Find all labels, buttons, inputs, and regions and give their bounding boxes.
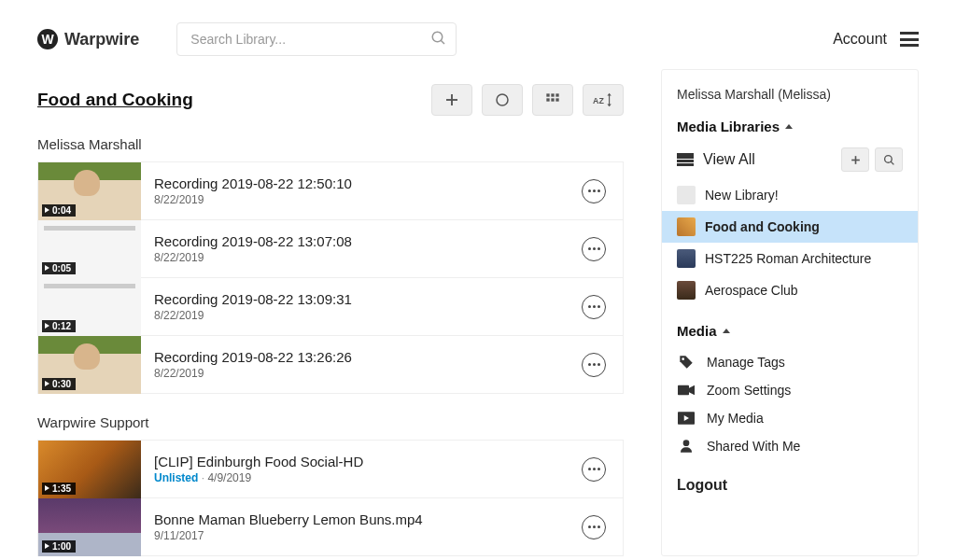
duration-badge: 0:04 bbox=[42, 204, 76, 217]
svg-marker-22 bbox=[689, 385, 695, 396]
list-item[interactable]: 0:05 Recording 2019-08-22 13:07:08 8/22/… bbox=[37, 220, 624, 278]
logo-mark-icon: W bbox=[37, 29, 58, 49]
add-library-button[interactable] bbox=[841, 147, 869, 172]
item-title: Recording 2019-08-22 13:07:08 bbox=[154, 233, 582, 249]
duration-badge: 0:05 bbox=[42, 262, 76, 274]
svg-rect-8 bbox=[546, 98, 549, 101]
record-button[interactable] bbox=[482, 84, 523, 116]
library-thumb-icon bbox=[677, 186, 696, 204]
item-date: 8/22/2019 bbox=[154, 367, 204, 380]
thumbnail[interactable]: 0:12 bbox=[38, 278, 141, 336]
play-icon bbox=[677, 412, 696, 425]
item-date: 8/22/2019 bbox=[154, 251, 204, 264]
owner-label: Warpwire Support bbox=[37, 414, 624, 430]
library-label: New Library! bbox=[705, 188, 779, 203]
more-button[interactable] bbox=[582, 353, 606, 377]
svg-rect-6 bbox=[551, 93, 554, 96]
sidebar-library-item[interactable]: HST225 Roman Architecture bbox=[662, 243, 918, 274]
duration-badge: 1:35 bbox=[42, 483, 76, 495]
library-label: Aerospace Club bbox=[705, 283, 798, 298]
view-all-icon bbox=[677, 153, 694, 166]
item-title: Recording 2019-08-22 13:26:26 bbox=[154, 349, 582, 365]
search-icon[interactable] bbox=[430, 30, 447, 47]
sort-button[interactable]: AZ bbox=[583, 84, 624, 116]
more-button[interactable] bbox=[582, 457, 606, 482]
list-item[interactable]: 1:35 [CLIP] Edinburgh Food Social-HD Unl… bbox=[37, 441, 624, 498]
media-item-label: My Media bbox=[707, 411, 764, 426]
svg-point-25 bbox=[683, 440, 690, 446]
libraries-section-header[interactable]: Media Libraries bbox=[662, 115, 918, 144]
item-title: Bonne Maman Blueberry Lemon Buns.mp4 bbox=[154, 511, 582, 527]
thumbnail[interactable]: 0:04 bbox=[38, 162, 141, 220]
svg-marker-15 bbox=[607, 104, 611, 106]
thumbnail[interactable]: 1:35 bbox=[38, 441, 141, 498]
duration-badge: 0:12 bbox=[42, 320, 76, 332]
svg-point-18 bbox=[884, 155, 892, 162]
svg-rect-5 bbox=[546, 93, 549, 96]
item-date: 8/22/2019 bbox=[154, 193, 204, 206]
library-thumb-icon bbox=[677, 249, 696, 268]
sidebar-media-item[interactable]: My Media bbox=[662, 404, 918, 432]
item-date: 4/9/2019 bbox=[207, 471, 251, 484]
more-button[interactable] bbox=[582, 515, 606, 539]
sidebar-media-item[interactable]: Manage Tags bbox=[662, 348, 918, 376]
menu-icon[interactable] bbox=[900, 32, 919, 47]
sidebar: Melissa Marshall (Melissa) Media Librari… bbox=[661, 69, 919, 556]
duration-badge: 0:30 bbox=[42, 378, 76, 390]
thumbnail[interactable]: 1:00 bbox=[38, 498, 141, 556]
thumbnail[interactable]: 0:05 bbox=[38, 220, 141, 278]
media-item-label: Manage Tags bbox=[707, 355, 785, 370]
item-date: 8/22/2019 bbox=[154, 309, 204, 322]
svg-rect-9 bbox=[551, 98, 554, 101]
sidebar-library-item[interactable]: New Library! bbox=[662, 179, 918, 211]
user-display: Melissa Marshall (Melissa) bbox=[662, 87, 918, 115]
svg-point-4 bbox=[497, 94, 508, 105]
media-section-header[interactable]: Media bbox=[662, 306, 918, 348]
brand-logo[interactable]: W Warpwire bbox=[37, 29, 139, 49]
view-all-link[interactable]: View All bbox=[703, 151, 755, 168]
svg-line-1 bbox=[442, 40, 445, 44]
svg-point-20 bbox=[682, 357, 684, 360]
tag-icon bbox=[677, 355, 696, 370]
sidebar-library-item[interactable]: Aerospace Club bbox=[662, 274, 918, 306]
duration-badge: 1:00 bbox=[42, 540, 76, 553]
grid-view-button[interactable] bbox=[532, 84, 573, 116]
library-label: Food and Cooking bbox=[705, 219, 820, 234]
sidebar-media-item[interactable]: Shared With Me bbox=[662, 432, 918, 460]
account-link[interactable]: Account bbox=[833, 31, 887, 48]
logout-link[interactable]: Logout bbox=[662, 460, 918, 494]
list-item[interactable]: 0:12 Recording 2019-08-22 13:09:31 8/22/… bbox=[37, 278, 624, 336]
item-title: Recording 2019-08-22 12:50:10 bbox=[154, 175, 582, 191]
chevron-up-icon bbox=[723, 329, 730, 333]
more-button[interactable] bbox=[582, 179, 606, 203]
svg-marker-14 bbox=[607, 93, 611, 96]
more-button[interactable] bbox=[582, 237, 606, 261]
item-title: [CLIP] Edinburgh Food Social-HD bbox=[154, 454, 582, 469]
library-label: HST225 Roman Architecture bbox=[705, 251, 871, 266]
thumbnail[interactable]: 0:30 bbox=[38, 336, 141, 394]
svg-rect-7 bbox=[555, 93, 558, 96]
item-title: Recording 2019-08-22 13:09:31 bbox=[154, 291, 582, 307]
list-item[interactable]: 0:30 Recording 2019-08-22 13:26:26 8/22/… bbox=[37, 336, 624, 394]
more-button[interactable] bbox=[582, 295, 606, 319]
item-date: 9/11/2017 bbox=[154, 529, 204, 542]
svg-line-19 bbox=[891, 161, 893, 164]
chevron-up-icon bbox=[785, 124, 793, 129]
brand-name: Warpwire bbox=[64, 30, 139, 49]
page-title[interactable]: Food and Cooking bbox=[37, 90, 193, 110]
person-icon bbox=[677, 439, 696, 454]
camera-icon bbox=[677, 384, 696, 397]
list-item[interactable]: 0:04 Recording 2019-08-22 12:50:10 8/22/… bbox=[37, 162, 624, 220]
search-library-button[interactable] bbox=[875, 147, 903, 172]
sidebar-media-item[interactable]: Zoom Settings bbox=[662, 376, 918, 404]
sidebar-library-item[interactable]: Food and Cooking bbox=[662, 211, 918, 243]
add-button[interactable] bbox=[431, 84, 472, 116]
media-item-label: Zoom Settings bbox=[707, 383, 791, 398]
search-input[interactable] bbox=[176, 22, 457, 56]
svg-rect-21 bbox=[678, 385, 689, 396]
svg-text:Z: Z bbox=[599, 96, 605, 105]
list-item[interactable]: 1:00 Bonne Maman Blueberry Lemon Buns.mp… bbox=[37, 498, 624, 556]
svg-rect-10 bbox=[555, 98, 558, 101]
library-thumb-icon bbox=[677, 281, 696, 300]
svg-point-0 bbox=[433, 32, 443, 42]
